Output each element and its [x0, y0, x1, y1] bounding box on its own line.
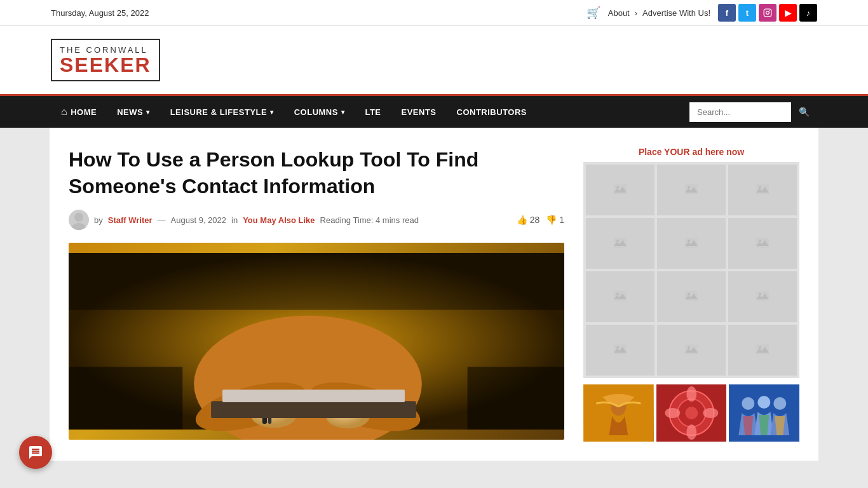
nav-search: 🔍	[689, 102, 817, 122]
twitter-icon[interactable]: t	[738, 4, 756, 22]
svg-point-41	[759, 346, 761, 349]
ad-cell	[586, 325, 654, 376]
nav-link-news[interactable]: NEWS	[107, 97, 160, 127]
nav-link-columns[interactable]: COLUMNS	[284, 97, 355, 127]
logo[interactable]: THE CORNWALL SEEKER	[51, 39, 160, 81]
svg-rect-34	[756, 291, 769, 301]
nav-item-home: ⌂ HOME	[51, 96, 107, 128]
article-main: How To Use a Person Lookup Tool To Find …	[69, 147, 564, 442]
thumbs-down-icon: 👎	[546, 215, 557, 225]
svg-point-37	[616, 346, 619, 349]
svg-rect-28	[756, 238, 769, 248]
svg-rect-26	[685, 238, 698, 248]
svg-rect-22	[756, 184, 769, 194]
svg-point-48	[686, 386, 696, 402]
ad-cell	[657, 218, 726, 269]
youtube-icon[interactable]: ▶	[779, 4, 797, 22]
svg-rect-40	[756, 344, 769, 355]
svg-rect-15	[69, 253, 564, 310]
nav-label-columns: COLUMNS	[294, 107, 338, 117]
svg-point-53	[742, 397, 755, 410]
nav-link-lte[interactable]: LTE	[355, 97, 391, 127]
article-image-svg	[69, 243, 564, 440]
svg-rect-14	[222, 390, 405, 402]
reading-time: Reading Time: 4 mins read	[320, 215, 419, 225]
ad-cell	[657, 325, 726, 376]
svg-point-33	[688, 293, 690, 295]
sidebar-photo-1[interactable]	[583, 384, 654, 442]
cart-icon[interactable]: 🛒	[587, 6, 600, 20]
ad-cell	[586, 271, 654, 322]
svg-point-4	[72, 223, 86, 230]
nav-link-events[interactable]: EVENTS	[391, 97, 447, 127]
author-link[interactable]: Staff Writer	[108, 215, 153, 225]
svg-rect-20	[685, 184, 698, 194]
nav-item-leisure: LEISURE & LIFESTYLE	[160, 97, 284, 127]
top-links: About › Advertise With Us!	[608, 8, 710, 18]
ad-cell	[728, 218, 797, 269]
nav-label-events: EVENTS	[402, 107, 437, 117]
nav-items-list: ⌂ HOME NEWS LEISURE & LIFESTYLE COLUMNS …	[51, 96, 537, 128]
sidebar-photo-3[interactable]	[729, 384, 799, 442]
ad-cell	[728, 271, 797, 322]
article-title: How To Use a Person Lookup Tool To Find …	[69, 147, 564, 200]
nav-label-leisure: LEISURE & LIFESTYLE	[170, 107, 268, 117]
svg-rect-36	[614, 344, 627, 355]
svg-point-51	[703, 408, 718, 418]
sidebar-photo-2[interactable]	[656, 384, 727, 442]
ad-photos-row	[583, 384, 799, 442]
site-header: THE CORNWALL SEEKER	[0, 26, 868, 94]
category-link[interactable]: You May Also Like	[243, 215, 315, 225]
search-input[interactable]	[689, 102, 791, 122]
nav-link-home[interactable]: ⌂ HOME	[51, 96, 107, 128]
nav-item-contributors: CONTRIBUTORS	[447, 97, 537, 127]
tiktok-icon[interactable]: ♪	[799, 4, 817, 22]
top-bar: Thursday, August 25, 2022 🛒 About › Adve…	[0, 0, 868, 26]
top-bar-right: 🛒 About › Advertise With Us! f t ▶ ♪	[587, 4, 817, 22]
ad-cell	[586, 218, 654, 269]
instagram-icon[interactable]	[759, 4, 776, 22]
search-icon: 🔍	[799, 107, 810, 117]
dislike-button[interactable]: 👎 1	[546, 215, 564, 225]
ad-cell	[728, 165, 797, 215]
search-button[interactable]: 🔍	[791, 102, 817, 122]
svg-rect-17	[468, 367, 564, 430]
social-icons: f t ▶ ♪	[718, 4, 817, 22]
nav-label-lte: LTE	[365, 107, 381, 117]
svg-rect-16	[69, 367, 182, 430]
svg-point-49	[686, 424, 696, 440]
ad-cell	[657, 271, 726, 322]
like-count: 28	[530, 215, 540, 225]
by-label: by	[94, 215, 103, 225]
nav-item-lte: LTE	[355, 97, 391, 127]
article-meta: by Staff Writer — August 9, 2022 in You …	[69, 210, 564, 230]
svg-rect-38	[685, 344, 698, 355]
like-area: 👍 28 👎 1	[517, 215, 564, 225]
nav-link-contributors[interactable]: CONTRIBUTORS	[447, 97, 537, 127]
home-icon: ⌂	[61, 106, 67, 118]
like-button[interactable]: 👍 28	[517, 215, 540, 225]
svg-point-1	[766, 11, 770, 15]
sidebar: Place YOUR ad here now	[583, 147, 799, 442]
ad-text[interactable]: Place YOUR ad here now	[583, 147, 799, 157]
nav-link-leisure[interactable]: LEISURE & LIFESTYLE	[160, 97, 284, 127]
nav-label-news: NEWS	[117, 107, 143, 117]
svg-point-23	[759, 186, 761, 189]
facebook-icon[interactable]: f	[718, 4, 736, 22]
svg-point-25	[616, 240, 619, 242]
advertise-link[interactable]: Advertise With Us!	[642, 8, 710, 18]
svg-point-54	[758, 396, 771, 409]
svg-point-50	[665, 408, 680, 418]
chat-bubble[interactable]	[19, 436, 52, 469]
svg-rect-24	[614, 238, 627, 248]
logo-box: THE CORNWALL SEEKER	[51, 39, 160, 81]
ad-cell	[586, 165, 654, 215]
thumbs-up-icon: 👍	[517, 215, 527, 225]
ad-cell	[728, 325, 797, 376]
ad-mosaic	[583, 162, 799, 378]
svg-point-27	[688, 240, 690, 242]
svg-rect-0	[764, 9, 771, 17]
main-wrapper: How To Use a Person Lookup Tool To Find …	[50, 128, 818, 461]
about-link[interactable]: About	[608, 8, 630, 18]
date-label: Thursday, August 25, 2022	[51, 8, 149, 18]
